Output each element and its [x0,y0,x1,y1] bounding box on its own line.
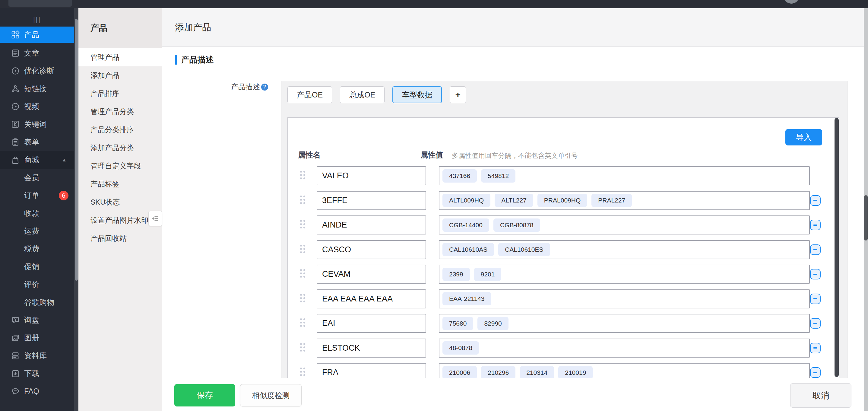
sidebar-item-询盘[interactable]: 询盘 [0,311,74,329]
attribute-name-input[interactable] [317,191,426,210]
sidebar-item-表单[interactable]: 表单 [0,133,74,151]
remove-row-button[interactable] [810,343,820,353]
submenu-collapse-button[interactable] [148,211,162,226]
value-chip[interactable]: ALTL009HQ [442,194,490,207]
submenu-item-产品标签[interactable]: 产品标签 [79,175,162,193]
sidebar-scrollbar-thumb[interactable] [75,19,78,281]
page-scrollbar-thumb[interactable] [864,195,868,240]
drag-handle-icon[interactable] [300,171,307,181]
drag-handle-icon[interactable] [300,269,307,280]
drag-handle-icon[interactable] [300,196,307,206]
value-chip[interactable]: 82990 [477,317,508,330]
similarity-check-button[interactable]: 相似度检测 [240,384,302,407]
sidebar-item-会员[interactable]: 会员 [0,169,74,186]
sidebar-item-收款[interactable]: 收款 [0,204,74,222]
value-chip[interactable]: PRAL009HQ [537,194,587,207]
sidebar-item-label: 文章 [24,48,39,58]
drag-handle-icon[interactable] [300,343,307,353]
remove-row-button[interactable] [810,294,820,304]
attribute-values-input[interactable]: 7568082990 [439,314,810,333]
attribute-values-input[interactable]: 23999201 [439,265,810,284]
submenu-item-SKU状态[interactable]: SKU状态 [79,193,162,211]
value-chip[interactable]: 75680 [442,317,473,330]
sidebar-item-下载[interactable]: 下载 [0,364,74,382]
attribute-name-input[interactable] [317,339,426,358]
value-chip[interactable]: 210019 [558,366,593,379]
value-chip[interactable]: CGB-80878 [493,218,540,232]
submenu-item-管理自定义字段[interactable]: 管理自定义字段 [79,157,162,175]
submenu-item-产品排序[interactable]: 产品排序 [79,85,162,102]
sidebar-scrollbar-track[interactable] [74,8,79,411]
attribute-name-input[interactable] [317,363,426,379]
value-chip[interactable]: 210296 [481,366,516,379]
attribute-name-input[interactable] [317,265,426,284]
value-chip[interactable]: EAA-221143 [442,292,491,305]
value-chip[interactable]: CAL10610AS [442,243,494,256]
cancel-button[interactable]: 取消 [790,383,851,408]
attribute-values-input[interactable]: ALTL009HQALTL227PRAL009HQPRAL227 [439,191,810,210]
value-chip[interactable]: 210314 [520,366,554,379]
attribute-name-input[interactable] [317,314,426,333]
value-chip[interactable]: 9201 [474,268,501,281]
value-chip[interactable]: CGB-14400 [442,218,489,232]
attribute-values-input[interactable]: 437166549812 [439,166,810,185]
submenu-item-添加产品[interactable]: 添加产品 [79,66,162,85]
remove-row-button[interactable] [810,318,820,329]
submenu-item-产品分类排序[interactable]: 产品分类排序 [79,121,162,139]
sidebar-item-订单[interactable]: 订单6 [0,186,74,204]
value-chip[interactable]: 437166 [442,169,477,182]
remove-row-button[interactable] [810,195,820,206]
drag-handle-icon[interactable] [300,294,307,304]
sidebar-item-商城[interactable]: 商城▲ [0,151,74,169]
sidebar-item-资料库[interactable]: 资料库 [0,347,74,364]
sidebar-item-短链接[interactable]: 短链接 [0,80,74,97]
drag-handle-icon[interactable] [300,318,307,329]
sidebar-item-评价[interactable]: 评价 [0,275,74,293]
sidebar-item-文章[interactable]: 文章 [0,44,74,62]
sidebar-item-FAQ[interactable]: FAQ [0,382,74,400]
attribute-name-input[interactable] [317,289,426,309]
sidebar-item-谷歌购物[interactable]: 谷歌购物 [0,293,74,311]
value-chip[interactable]: CAL10610ES [498,243,550,256]
remove-row-button[interactable] [810,269,820,280]
sidebar-item-关键词[interactable]: 关键词 [0,115,74,133]
remove-row-button[interactable] [810,244,820,255]
remove-row-button[interactable] [810,367,820,378]
drag-handle-icon[interactable] [300,245,307,255]
sidebar-item-label: 表单 [24,137,39,147]
attribute-values-input[interactable]: CGB-14400CGB-80878 [439,215,810,234]
sidebar-item-运费[interactable]: 运费 [0,222,74,240]
value-chip[interactable]: 48-0878 [442,341,479,355]
value-chip[interactable]: 549812 [481,169,516,182]
remove-row-button[interactable] [810,220,820,230]
sidebar-item-促销[interactable]: 促销 [0,258,74,275]
attribute-values-input[interactable]: 48-0878 [439,339,810,358]
minus-icon [813,298,817,299]
submenu-item-产品回收站[interactable]: 产品回收站 [79,229,162,247]
panel-scrollbar-thumb[interactable] [835,118,839,377]
value-chip[interactable]: 2399 [442,268,470,281]
drag-handle-icon[interactable] [300,368,307,378]
help-icon[interactable]: ? [261,84,268,91]
sidebar-item-产品[interactable]: 产品 [0,27,74,43]
submenu-item-添加产品分类[interactable]: 添加产品分类 [79,139,162,157]
attribute-name-input[interactable] [317,240,426,259]
attribute-name-input[interactable] [317,166,426,185]
submenu-item-管理产品[interactable]: 管理产品 [79,48,162,66]
sidebar-item-税费[interactable]: 税费 [0,240,74,258]
save-button[interactable]: 保存 [174,384,235,407]
value-chip[interactable]: PRAL227 [591,194,632,207]
sidebar-item-视频[interactable]: 视频 [0,97,74,115]
drag-handle-icon[interactable] [300,220,307,230]
submenu-item-管理产品分类[interactable]: 管理产品分类 [79,102,162,121]
value-chip[interactable]: 210006 [442,366,477,379]
page-scrollbar-track[interactable] [864,8,868,411]
attribute-values-input[interactable]: 210006210296210314210019 [439,363,810,379]
value-chip[interactable]: ALTL227 [495,194,533,207]
sidebar-item-优化诊断[interactable]: 优化诊断 [0,62,74,80]
sidebar-collapse-toggle[interactable]: ||| [0,13,74,26]
attribute-values-input[interactable]: EAA-221143 [439,289,810,309]
sidebar-item-图册[interactable]: 图册 [0,329,74,347]
attribute-name-input[interactable] [317,215,426,234]
attribute-values-input[interactable]: CAL10610ASCAL10610ES [439,240,810,259]
